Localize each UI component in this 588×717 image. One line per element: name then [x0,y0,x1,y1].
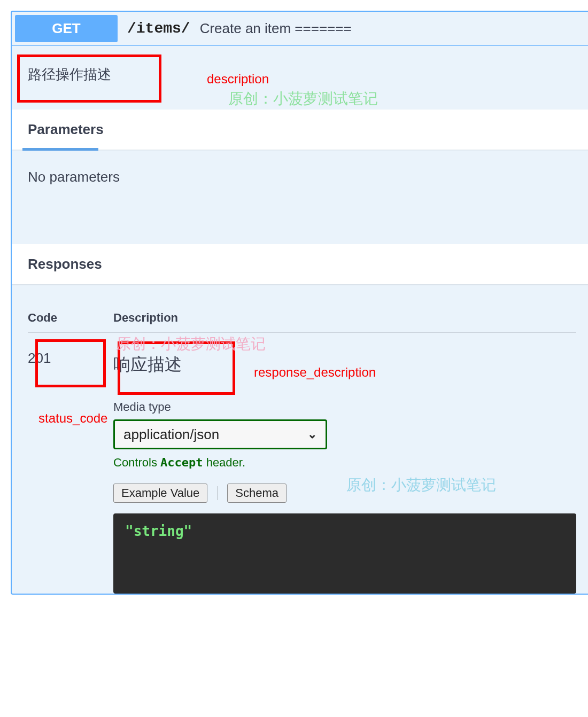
parameters-header: Parameters [12,110,588,150]
controls-post: header. [203,456,246,469]
annotation-label: status_code [38,411,107,426]
code-column-header: Code [28,311,113,325]
responses-table-header: Code Description [28,311,576,333]
responses-title: Responses [28,256,102,272]
example-code-block: "string" [113,513,576,594]
tab-separator [217,486,218,500]
annotation-label: description [207,72,269,87]
annotation-box [118,341,235,395]
example-value: "string" [125,523,192,539]
parameters-title: Parameters [28,121,104,137]
operation-block: GET /items/ Create an item ======= 路径操作描… [11,11,588,595]
description-column-header: Description [113,311,178,325]
responses-header: Responses [12,244,588,284]
tab-schema[interactable]: Schema [227,484,287,503]
annotation-box [35,339,106,387]
watermark: 原创：小菠萝测试笔记 [228,89,378,109]
response-row: 201 响应描述 Media type application/json ⌄ C… [28,333,576,594]
no-parameters-text: No parameters [12,150,588,244]
method-badge: GET [15,15,118,42]
controls-pre: Controls [113,456,160,469]
active-tab-underline [22,148,98,151]
tab-example-value[interactable]: Example Value [113,484,207,503]
controls-accept-note: Controls Accept header. [113,456,576,470]
media-type-select[interactable]: application/json ⌄ [113,419,327,449]
chevron-down-icon: ⌄ [307,427,317,441]
media-type-label: Media type [113,400,576,414]
operation-path: /items/ [127,20,190,37]
operation-summary-bar[interactable]: GET /items/ Create an item ======= [12,12,588,46]
annotation-box [17,54,161,103]
controls-accept-word: Accept [160,456,203,469]
annotation-label: response_description [254,365,376,380]
operation-summary: Create an item ======= [200,20,352,37]
media-type-value: application/json [123,426,219,443]
